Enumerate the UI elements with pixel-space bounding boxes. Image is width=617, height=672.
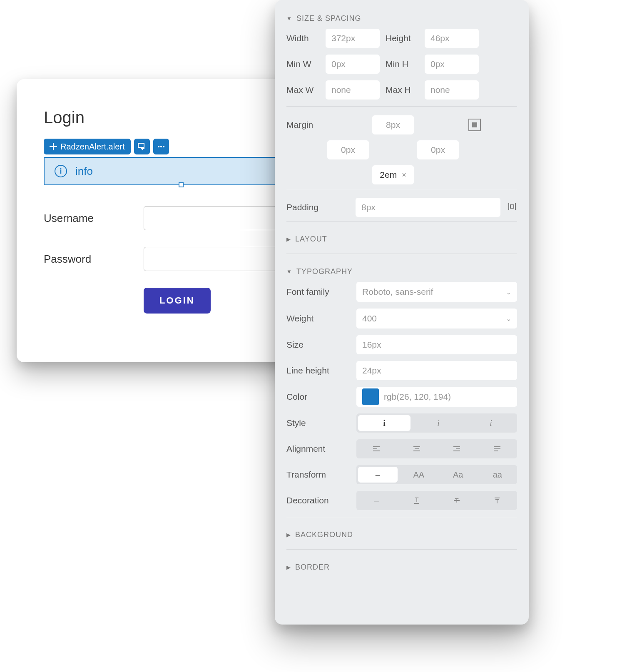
- svg-rect-0: [138, 143, 144, 147]
- align-center-icon: [412, 444, 422, 454]
- transform-lower-button[interactable]: aa: [478, 465, 517, 484]
- section-border[interactable]: ▶ Border: [286, 557, 517, 577]
- padding-sides-icon: [507, 202, 517, 212]
- maxw-input[interactable]: [326, 80, 380, 100]
- line-height-input[interactable]: [356, 361, 517, 380]
- color-swatch[interactable]: [362, 388, 379, 405]
- section-layout[interactable]: ▶ Layout: [286, 229, 517, 249]
- line-height-row: Line height: [286, 361, 517, 380]
- chevron-down-icon: ⌄: [506, 315, 511, 323]
- margin-label: Margin: [286, 120, 324, 130]
- properties-panel: ▼ Size & Spacing Width Height Min W Min …: [275, 0, 529, 625]
- width-height-row: Width Height: [286, 29, 517, 48]
- transform-label: Transform: [286, 470, 349, 480]
- weight-value: 400: [362, 314, 377, 324]
- margin-top-input[interactable]: 8px: [372, 115, 414, 134]
- maxw-label: Max W: [286, 85, 320, 95]
- margin-bottom-value: 2em: [380, 170, 397, 180]
- svg-text:T: T: [495, 498, 499, 505]
- caret-right-icon: ▶: [286, 532, 291, 538]
- more-button[interactable]: [153, 139, 169, 154]
- decoration-none-button[interactable]: –: [356, 491, 397, 510]
- overline-icon: T: [492, 495, 502, 505]
- transform-segmented: – AA Aa aa: [356, 465, 517, 484]
- style-oblique-button[interactable]: i: [465, 413, 517, 433]
- decoration-segmented: – T T T: [356, 491, 517, 510]
- decoration-label: Decoration: [286, 495, 349, 505]
- section-label: Border: [295, 563, 330, 572]
- style-italic-button[interactable]: i: [412, 413, 465, 433]
- divider: [286, 517, 517, 517]
- caret-right-icon: ▶: [286, 564, 291, 570]
- color-value: rgb(26, 120, 194): [384, 392, 451, 402]
- weight-label: Weight: [286, 314, 349, 324]
- clear-icon[interactable]: ×: [402, 171, 406, 179]
- height-label: Height: [386, 33, 419, 43]
- margin-bottom-input[interactable]: 2em ×: [372, 165, 414, 184]
- transform-none-button[interactable]: –: [358, 467, 398, 483]
- width-input[interactable]: [326, 29, 380, 48]
- margin-left-input[interactable]: 0px: [327, 140, 369, 159]
- maxh-input[interactable]: [425, 80, 479, 100]
- color-input[interactable]: rgb(26, 120, 194): [356, 387, 517, 407]
- font-size-input[interactable]: [356, 335, 517, 354]
- minw-input[interactable]: [326, 55, 380, 74]
- username-label: Username: [44, 212, 144, 225]
- component-tag[interactable]: RadzenAlert.alert: [44, 139, 131, 154]
- transform-upper-button[interactable]: AA: [399, 465, 439, 484]
- align-left-button[interactable]: [356, 439, 397, 458]
- add-child-button[interactable]: [134, 139, 150, 154]
- divider: [286, 190, 517, 190]
- style-normal-button[interactable]: i: [358, 415, 411, 431]
- divider: [286, 254, 517, 254]
- strikethrough-icon: T: [452, 495, 462, 505]
- padding-label: Padding: [286, 202, 349, 212]
- minh-input[interactable]: [425, 55, 479, 74]
- padding-expand-toggle[interactable]: [507, 202, 517, 214]
- style-label: Style: [286, 418, 349, 428]
- caret-down-icon: ▼: [286, 15, 292, 22]
- margin-right-input[interactable]: 0px: [417, 140, 459, 159]
- font-family-row: Font family Roboto, sans-serif ⌄: [286, 282, 517, 302]
- decoration-row: Decoration – T T T: [286, 491, 517, 510]
- size-row: Size: [286, 335, 517, 354]
- add-child-icon: [137, 142, 147, 152]
- align-justify-icon: [492, 444, 502, 454]
- size-label: Size: [286, 340, 349, 350]
- underline-icon: T: [412, 495, 422, 505]
- margin-right-value: 0px: [431, 145, 445, 155]
- height-input[interactable]: [425, 29, 479, 48]
- weight-row: Weight 400 ⌄: [286, 309, 517, 329]
- section-typography[interactable]: ▼ Typography: [286, 261, 517, 282]
- svg-point-3: [163, 146, 164, 147]
- color-label: Color: [286, 392, 349, 402]
- login-button[interactable]: LOGIN: [144, 288, 211, 314]
- resize-handle-bottom[interactable]: [179, 182, 184, 187]
- font-family-select[interactable]: Roboto, sans-serif ⌄: [356, 282, 517, 302]
- decoration-underline-button[interactable]: T: [397, 491, 437, 510]
- section-label: Size & Spacing: [296, 14, 361, 23]
- section-size-spacing[interactable]: ▼ Size & Spacing: [286, 8, 517, 29]
- transform-capitalize-button[interactable]: Aa: [438, 465, 478, 484]
- divider: [286, 221, 517, 222]
- style-row: Style i i i: [286, 413, 517, 433]
- color-row: Color rgb(26, 120, 194): [286, 387, 517, 407]
- align-justify-button[interactable]: [477, 439, 517, 458]
- svg-point-2: [160, 146, 162, 147]
- align-right-button[interactable]: [437, 439, 477, 458]
- section-label: Layout: [295, 235, 327, 244]
- alert-text: info: [75, 165, 93, 178]
- divider: [286, 106, 517, 107]
- margin-linked-toggle[interactable]: [462, 119, 487, 131]
- section-label: Background: [295, 530, 353, 539]
- weight-select[interactable]: 400 ⌄: [356, 309, 517, 329]
- caret-right-icon: ▶: [286, 236, 291, 242]
- section-background[interactable]: ▶ Background: [286, 525, 517, 545]
- decoration-overline-button[interactable]: T: [477, 491, 517, 510]
- padding-input[interactable]: [356, 198, 500, 217]
- align-right-icon: [452, 444, 462, 454]
- align-center-button[interactable]: [397, 439, 437, 458]
- decoration-strikethrough-button[interactable]: T: [437, 491, 477, 510]
- transform-row: Transform – AA Aa aa: [286, 465, 517, 484]
- align-left-icon: [371, 444, 381, 454]
